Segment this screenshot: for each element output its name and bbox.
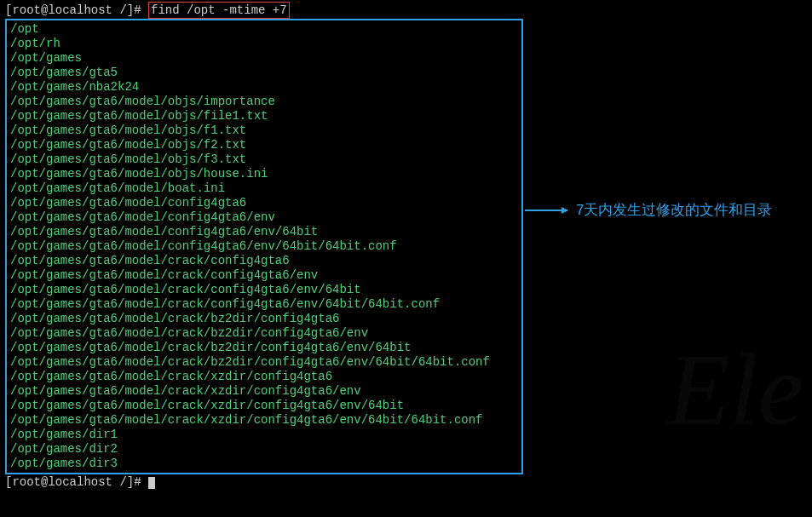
output-line: /opt	[10, 22, 518, 37]
output-line: /opt/games/gta6/model/objs/importance	[10, 95, 518, 109]
output-line: /opt/games/dir1	[10, 428, 518, 442]
output-line: /opt/games/gta6/model/crack/xzdir/config…	[10, 399, 518, 413]
command-text: find /opt -mtime +7	[151, 3, 287, 17]
prompt-prefix: [root@localhost /]#	[5, 3, 141, 17]
output-line: /opt/games/gta6/model/crack/bz2dir/confi…	[10, 312, 518, 326]
annotation: 7天内发生过修改的文件和目录	[525, 200, 772, 220]
output-line: /opt/games/nba2k24	[10, 80, 518, 95]
output-line: /opt/rh	[10, 37, 518, 51]
output-line: /opt/games/gta6/model/config4gta6/env	[10, 210, 518, 225]
output-line: /opt/games/gta6/model/crack/bz2dir/confi…	[10, 355, 518, 370]
output-line: /opt/games/gta6/model/crack/xzdir/config…	[10, 384, 518, 399]
output-highlight-box: /opt/opt/rh/opt/games/opt/games/gta5/opt…	[5, 19, 523, 474]
output-line: /opt/games/gta6/model/crack/xzdir/config…	[10, 370, 518, 384]
cursor	[148, 477, 155, 489]
command-prompt-line: [root@localhost /]# find /opt -mtime +7	[5, 2, 807, 19]
output-line: /opt/games/dir2	[10, 442, 518, 457]
output-line: /opt/games/gta6/model/objs/house.ini	[10, 167, 518, 181]
output-line: /opt/games/gta6/model/boat.ini	[10, 181, 518, 196]
output-line: /opt/games/gta6/model/config4gta6/env/64…	[10, 239, 518, 254]
prompt-prefix-2: [root@localhost /]#	[5, 475, 141, 489]
output-line: /opt/games/gta6/model/crack/bz2dir/confi…	[10, 326, 518, 341]
next-prompt-line[interactable]: [root@localhost /]#	[5, 474, 807, 490]
output-line: /opt/games/gta6/model/crack/config4gta6	[10, 254, 518, 268]
output-line: /opt/games/gta6/model/crack/xzdir/config…	[10, 413, 518, 428]
output-line: /opt/games/gta6/model/crack/config4gta6/…	[10, 268, 518, 283]
output-line: /opt/games/gta5	[10, 66, 518, 80]
annotation-arrow	[525, 210, 567, 211]
output-line: /opt/games/gta6/model/objs/file1.txt	[10, 109, 518, 124]
output-line: /opt/games/dir3	[10, 457, 518, 471]
output-line: /opt/games/gta6/model/crack/config4gta6/…	[10, 297, 518, 312]
output-line: /opt/games/gta6/model/objs/f2.txt	[10, 138, 518, 152]
output-line: /opt/games/gta6/model/objs/f3.txt	[10, 152, 518, 167]
annotation-text: 7天内发生过修改的文件和目录	[576, 200, 772, 220]
output-line: /opt/games/gta6/model/config4gta6	[10, 196, 518, 210]
watermark: Ele	[667, 331, 803, 449]
output-line: /opt/games	[10, 51, 518, 66]
output-line: /opt/games/gta6/model/crack/bz2dir/confi…	[10, 341, 518, 355]
output-line: /opt/games/gta6/model/config4gta6/env/64…	[10, 225, 518, 239]
command-highlight-box: find /opt -mtime +7	[148, 2, 290, 19]
output-line: /opt/games/gta6/model/objs/f1.txt	[10, 124, 518, 138]
output-line: /opt/games/gta6/model/crack/config4gta6/…	[10, 283, 518, 297]
terminal-window[interactable]: [root@localhost /]# find /opt -mtime +7 …	[0, 0, 812, 517]
